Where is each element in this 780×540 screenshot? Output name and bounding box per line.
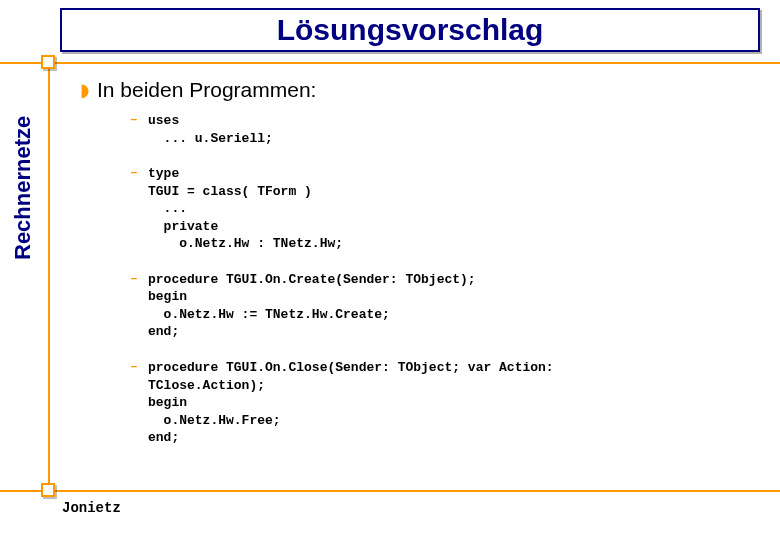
dash-icon: – <box>130 271 148 341</box>
divider-top <box>0 62 780 64</box>
dash-icon: – <box>130 359 148 447</box>
code-block: procedure TGUI.On.Close(Sender: TObject;… <box>148 359 554 447</box>
code-block: procedure TGUI.On.Create(Sender: TObject… <box>148 271 476 341</box>
node-icon <box>41 483 55 497</box>
list-item: – procedure TGUI.On.Create(Sender: TObje… <box>130 271 760 341</box>
list-item: – procedure TGUI.On.Close(Sender: TObjec… <box>130 359 760 447</box>
code-block: uses ... u.Seriell; <box>148 112 273 147</box>
page-title: Lösungsvorschlag <box>277 13 544 47</box>
bullet-line: ◗ In beiden Programmen: <box>80 78 760 102</box>
divider-vertical <box>48 60 50 490</box>
title-box: Lösungsvorschlag <box>60 8 760 52</box>
node-icon <box>41 55 55 69</box>
sidebar-label: Rechnernetze <box>10 116 36 260</box>
list-item: – type TGUI = class( TForm ) ... private… <box>130 165 760 253</box>
bullet-text: In beiden Programmen: <box>97 78 316 102</box>
divider-bottom <box>0 490 780 492</box>
code-block: type TGUI = class( TForm ) ... private o… <box>148 165 343 253</box>
footer-author: Jonietz <box>62 500 121 516</box>
content-area: ◗ In beiden Programmen: – uses ... u.Ser… <box>80 78 760 465</box>
list-item: – uses ... u.Seriell; <box>130 112 760 147</box>
dash-icon: – <box>130 165 148 253</box>
dash-icon: – <box>130 112 148 147</box>
arrow-icon: ◗ <box>80 79 89 101</box>
